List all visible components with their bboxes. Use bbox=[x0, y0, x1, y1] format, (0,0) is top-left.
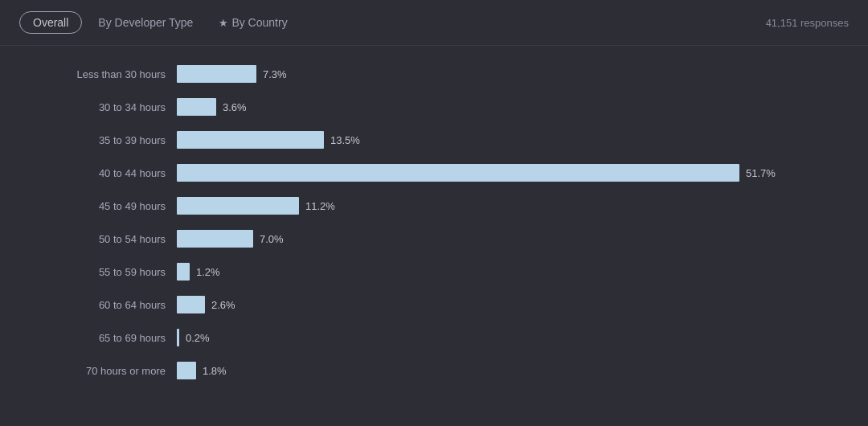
row-label: 30 to 34 hours bbox=[0, 101, 177, 113]
chart-row: 45 to 49 hours 11.2% bbox=[0, 194, 868, 218]
row-label: 55 to 59 hours bbox=[0, 266, 177, 278]
chart-row: 50 to 54 hours 7.0% bbox=[0, 227, 868, 251]
chart-row: 40 to 44 hours 51.7% bbox=[0, 161, 868, 185]
overall-button[interactable]: Overall bbox=[19, 11, 82, 34]
row-label: 60 to 64 hours bbox=[0, 299, 177, 311]
chart-row: 65 to 69 hours 0.2% bbox=[0, 326, 868, 350]
bar bbox=[177, 98, 216, 116]
row-label: 50 to 54 hours bbox=[0, 233, 177, 245]
by-developer-type-nav[interactable]: By Developer Type bbox=[88, 12, 203, 33]
bar bbox=[177, 65, 256, 83]
chart-row: 70 hours or more 1.8% bbox=[0, 358, 868, 383]
bar-container: 51.7% bbox=[177, 164, 868, 182]
bar-container: 7.0% bbox=[177, 230, 868, 248]
bar-value: 11.2% bbox=[305, 200, 335, 212]
bar-value: 1.2% bbox=[196, 266, 220, 278]
chart-row: Less than 30 hours 7.3% bbox=[0, 62, 868, 86]
bar-container: 13.5% bbox=[177, 131, 868, 149]
bar-value: 3.6% bbox=[223, 101, 247, 113]
bar-container: 7.3% bbox=[177, 65, 868, 83]
chart-row: 55 to 59 hours 1.2% bbox=[0, 260, 868, 284]
responses-count: 41,151 responses bbox=[766, 17, 849, 29]
chart-row: 35 to 39 hours 13.5% bbox=[0, 128, 868, 152]
row-label: Less than 30 hours bbox=[0, 68, 177, 80]
row-label: 70 hours or more bbox=[0, 365, 177, 377]
bar-value: 7.0% bbox=[260, 233, 284, 245]
row-label: 35 to 39 hours bbox=[0, 134, 177, 146]
bar bbox=[177, 197, 299, 215]
bar-container: 2.6% bbox=[177, 296, 868, 313]
row-label: 45 to 49 hours bbox=[0, 200, 177, 212]
row-label: 65 to 69 hours bbox=[0, 332, 177, 344]
row-label: 40 to 44 hours bbox=[0, 167, 177, 179]
chart-area: Less than 30 hours 7.3% 30 to 34 hours 3… bbox=[0, 46, 868, 399]
by-country-nav[interactable]: ★ By Country bbox=[209, 12, 297, 33]
bar bbox=[177, 131, 324, 149]
chart-row: 60 to 64 hours 2.6% bbox=[0, 293, 868, 317]
bar-container: 1.8% bbox=[177, 362, 868, 379]
bar-value: 51.7% bbox=[746, 167, 776, 179]
bar-value: 1.8% bbox=[203, 365, 227, 377]
bar-container: 3.6% bbox=[177, 98, 868, 116]
bar-value: 0.2% bbox=[186, 332, 210, 344]
bar-container: 1.2% bbox=[177, 263, 868, 281]
bar-container: 0.2% bbox=[177, 329, 868, 346]
bar bbox=[177, 263, 190, 281]
bar-container: 11.2% bbox=[177, 197, 868, 215]
bar bbox=[177, 164, 739, 182]
bar-value: 2.6% bbox=[211, 299, 235, 311]
bar bbox=[177, 329, 179, 346]
bar-value: 7.3% bbox=[263, 68, 287, 80]
bar-value: 13.5% bbox=[330, 134, 360, 146]
header: Overall By Developer Type ★ By Country 4… bbox=[0, 0, 868, 46]
bar bbox=[177, 362, 196, 379]
star-icon: ★ bbox=[219, 17, 228, 29]
bar bbox=[177, 296, 205, 313]
bar bbox=[177, 230, 253, 248]
chart-row: 30 to 34 hours 3.6% bbox=[0, 95, 868, 119]
